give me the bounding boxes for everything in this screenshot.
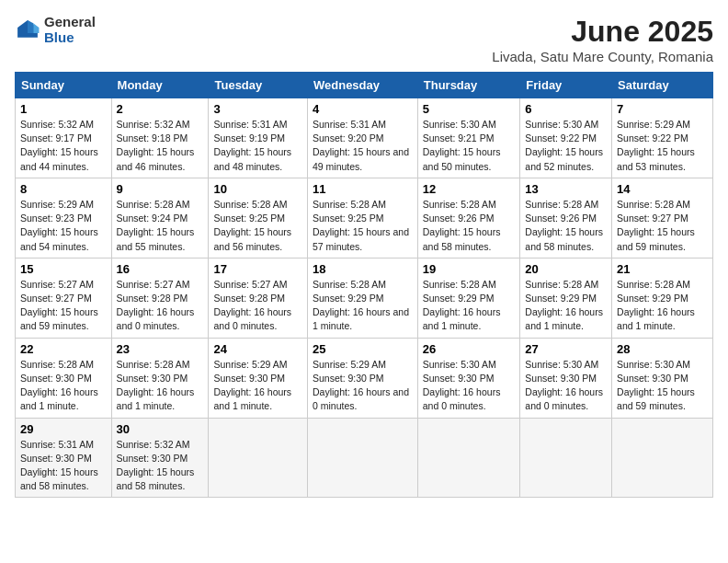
day-number: 27 xyxy=(525,342,607,356)
day-cell: 11Sunrise: 5:28 AMSunset: 9:25 PMDayligh… xyxy=(307,178,417,258)
day-number: 10 xyxy=(213,182,302,196)
day-cell: 8Sunrise: 5:29 AMSunset: 9:23 PMDaylight… xyxy=(16,178,112,258)
day-cell xyxy=(307,418,417,498)
title-area: June 2025 Livada, Satu Mare County, Roma… xyxy=(492,15,713,64)
cell-details: Sunrise: 5:28 AMSunset: 9:29 PMDaylight:… xyxy=(617,278,708,334)
header-thursday: Thursday xyxy=(417,73,520,98)
cell-details: Sunrise: 5:32 AMSunset: 9:18 PMDaylight:… xyxy=(117,118,204,174)
day-number: 12 xyxy=(423,182,516,196)
day-number: 15 xyxy=(20,262,107,276)
week-row-2: 8Sunrise: 5:29 AMSunset: 9:23 PMDaylight… xyxy=(16,178,713,258)
cell-details: Sunrise: 5:31 AMSunset: 9:20 PMDaylight:… xyxy=(313,118,413,174)
cell-details: Sunrise: 5:29 AMSunset: 9:30 PMDaylight:… xyxy=(213,358,302,414)
day-number: 7 xyxy=(617,102,708,116)
day-number: 4 xyxy=(313,102,413,116)
day-number: 14 xyxy=(617,182,708,196)
cell-details: Sunrise: 5:28 AMSunset: 9:30 PMDaylight:… xyxy=(20,358,107,414)
day-number: 16 xyxy=(117,262,204,276)
week-row-4: 22Sunrise: 5:28 AMSunset: 9:30 PMDayligh… xyxy=(16,338,713,418)
header-wednesday: Wednesday xyxy=(307,73,417,98)
cell-details: Sunrise: 5:29 AMSunset: 9:30 PMDaylight:… xyxy=(313,358,413,414)
week-row-3: 15Sunrise: 5:27 AMSunset: 9:27 PMDayligh… xyxy=(16,258,713,338)
cell-details: Sunrise: 5:27 AMSunset: 9:27 PMDaylight:… xyxy=(20,278,107,334)
day-number: 18 xyxy=(313,262,413,276)
day-cell: 4Sunrise: 5:31 AMSunset: 9:20 PMDaylight… xyxy=(307,98,417,178)
day-cell: 10Sunrise: 5:28 AMSunset: 9:25 PMDayligh… xyxy=(209,178,308,258)
day-cell: 28Sunrise: 5:30 AMSunset: 9:30 PMDayligh… xyxy=(612,338,713,418)
header-tuesday: Tuesday xyxy=(209,73,308,98)
logo-icon xyxy=(15,17,40,43)
cell-details: Sunrise: 5:28 AMSunset: 9:27 PMDaylight:… xyxy=(617,198,708,254)
day-number: 29 xyxy=(20,422,107,436)
header-sunday: Sunday xyxy=(16,73,112,98)
cell-details: Sunrise: 5:27 AMSunset: 9:28 PMDaylight:… xyxy=(117,278,204,334)
day-cell: 26Sunrise: 5:30 AMSunset: 9:30 PMDayligh… xyxy=(417,338,520,418)
cell-details: Sunrise: 5:32 AMSunset: 9:17 PMDaylight:… xyxy=(20,118,107,174)
day-number: 17 xyxy=(213,262,302,276)
day-cell: 1Sunrise: 5:32 AMSunset: 9:17 PMDaylight… xyxy=(16,98,112,178)
day-cell: 6Sunrise: 5:30 AMSunset: 9:22 PMDaylight… xyxy=(520,98,612,178)
day-number: 1 xyxy=(20,102,107,116)
day-cell: 22Sunrise: 5:28 AMSunset: 9:30 PMDayligh… xyxy=(16,338,112,418)
cell-details: Sunrise: 5:31 AMSunset: 9:19 PMDaylight:… xyxy=(213,118,302,174)
week-row-1: 1Sunrise: 5:32 AMSunset: 9:17 PMDaylight… xyxy=(16,98,713,178)
day-cell: 2Sunrise: 5:32 AMSunset: 9:18 PMDaylight… xyxy=(111,98,209,178)
cell-details: Sunrise: 5:30 AMSunset: 9:30 PMDaylight:… xyxy=(525,358,607,414)
cell-details: Sunrise: 5:29 AMSunset: 9:22 PMDaylight:… xyxy=(617,118,708,174)
day-number: 11 xyxy=(313,182,413,196)
day-cell: 30Sunrise: 5:32 AMSunset: 9:30 PMDayligh… xyxy=(111,418,209,498)
cell-details: Sunrise: 5:27 AMSunset: 9:28 PMDaylight:… xyxy=(213,278,302,334)
subtitle: Livada, Satu Mare County, Romania xyxy=(492,49,713,64)
day-cell: 7Sunrise: 5:29 AMSunset: 9:22 PMDaylight… xyxy=(612,98,713,178)
cell-details: Sunrise: 5:30 AMSunset: 9:22 PMDaylight:… xyxy=(525,118,607,174)
header-saturday: Saturday xyxy=(612,73,713,98)
logo: General Blue xyxy=(15,15,96,45)
day-number: 6 xyxy=(525,102,607,116)
day-number: 20 xyxy=(525,262,607,276)
cell-details: Sunrise: 5:28 AMSunset: 9:26 PMDaylight:… xyxy=(525,198,607,254)
cell-details: Sunrise: 5:29 AMSunset: 9:23 PMDaylight:… xyxy=(20,198,107,254)
day-number: 28 xyxy=(617,342,708,356)
cell-details: Sunrise: 5:28 AMSunset: 9:29 PMDaylight:… xyxy=(525,278,607,334)
cell-details: Sunrise: 5:30 AMSunset: 9:21 PMDaylight:… xyxy=(423,118,516,174)
logo-text: General Blue xyxy=(44,15,96,45)
day-cell: 24Sunrise: 5:29 AMSunset: 9:30 PMDayligh… xyxy=(209,338,308,418)
day-number: 8 xyxy=(20,182,107,196)
header-row: SundayMondayTuesdayWednesdayThursdayFrid… xyxy=(16,73,713,98)
day-cell: 18Sunrise: 5:28 AMSunset: 9:29 PMDayligh… xyxy=(307,258,417,338)
cell-details: Sunrise: 5:28 AMSunset: 9:26 PMDaylight:… xyxy=(423,198,516,254)
day-number: 19 xyxy=(423,262,516,276)
day-number: 13 xyxy=(525,182,607,196)
day-cell: 12Sunrise: 5:28 AMSunset: 9:26 PMDayligh… xyxy=(417,178,520,258)
day-cell: 5Sunrise: 5:30 AMSunset: 9:21 PMDaylight… xyxy=(417,98,520,178)
cell-details: Sunrise: 5:28 AMSunset: 9:24 PMDaylight:… xyxy=(117,198,204,254)
day-cell: 16Sunrise: 5:27 AMSunset: 9:28 PMDayligh… xyxy=(111,258,209,338)
day-number: 3 xyxy=(213,102,302,116)
day-cell xyxy=(612,418,713,498)
day-number: 24 xyxy=(213,342,302,356)
day-cell: 9Sunrise: 5:28 AMSunset: 9:24 PMDaylight… xyxy=(111,178,209,258)
day-cell: 27Sunrise: 5:30 AMSunset: 9:30 PMDayligh… xyxy=(520,338,612,418)
day-cell: 20Sunrise: 5:28 AMSunset: 9:29 PMDayligh… xyxy=(520,258,612,338)
day-number: 2 xyxy=(117,102,204,116)
header-monday: Monday xyxy=(111,73,209,98)
cell-details: Sunrise: 5:30 AMSunset: 9:30 PMDaylight:… xyxy=(617,358,708,414)
day-number: 26 xyxy=(423,342,516,356)
day-cell: 25Sunrise: 5:29 AMSunset: 9:30 PMDayligh… xyxy=(307,338,417,418)
day-cell: 13Sunrise: 5:28 AMSunset: 9:26 PMDayligh… xyxy=(520,178,612,258)
day-number: 9 xyxy=(117,182,204,196)
day-cell: 19Sunrise: 5:28 AMSunset: 9:29 PMDayligh… xyxy=(417,258,520,338)
day-cell xyxy=(520,418,612,498)
day-cell: 15Sunrise: 5:27 AMSunset: 9:27 PMDayligh… xyxy=(16,258,112,338)
main-title: June 2025 xyxy=(492,15,713,49)
day-number: 25 xyxy=(313,342,413,356)
cell-details: Sunrise: 5:28 AMSunset: 9:29 PMDaylight:… xyxy=(313,278,413,334)
calendar-table: SundayMondayTuesdayWednesdayThursdayFrid… xyxy=(15,72,713,498)
day-cell xyxy=(417,418,520,498)
cell-details: Sunrise: 5:32 AMSunset: 9:30 PMDaylight:… xyxy=(117,438,204,494)
day-cell: 21Sunrise: 5:28 AMSunset: 9:29 PMDayligh… xyxy=(612,258,713,338)
header-friday: Friday xyxy=(520,73,612,98)
day-number: 30 xyxy=(117,422,204,436)
cell-details: Sunrise: 5:28 AMSunset: 9:30 PMDaylight:… xyxy=(117,358,204,414)
cell-details: Sunrise: 5:31 AMSunset: 9:30 PMDaylight:… xyxy=(20,438,107,494)
